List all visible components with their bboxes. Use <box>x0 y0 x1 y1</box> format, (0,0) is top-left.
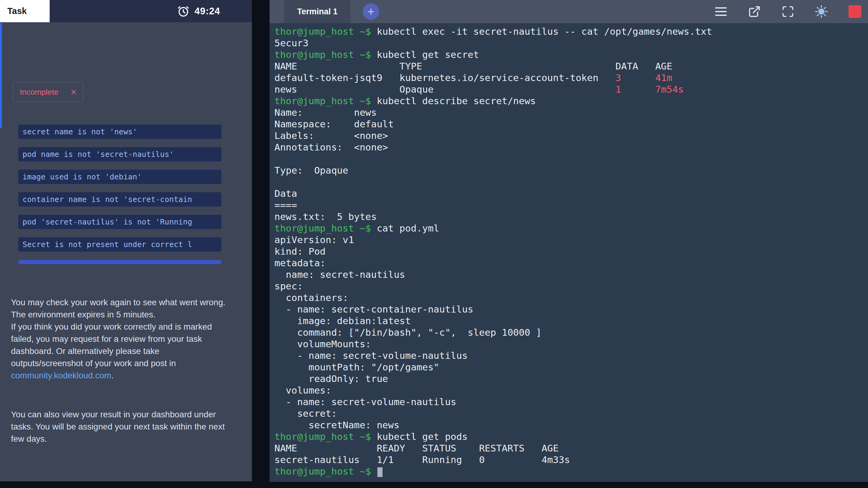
brightness-button[interactable] <box>815 5 828 18</box>
tab-task[interactable]: Task <box>0 0 50 22</box>
terminal-line: command: ["/bin/bash", "-c", sleep 10000… <box>274 327 863 338</box>
timer-countdown: 49:24 <box>195 6 220 17</box>
terminal-line <box>274 153 863 164</box>
terminal-text: apiVersion: v1 <box>274 234 354 245</box>
new-terminal-button[interactable]: + <box>363 3 379 20</box>
terminal-line: secret: <box>274 407 863 419</box>
terminal-line: volumes: <box>274 385 863 396</box>
tab-terminal-1[interactable]: Terminal 1 <box>284 0 350 23</box>
terminal-text: ==== <box>274 200 297 211</box>
terminal-line: 5ecur3 <box>274 37 863 49</box>
terminal-text: kubectl exec -it secret-nautilus -- cat … <box>371 26 712 37</box>
terminal-line: spec: <box>274 280 863 292</box>
terminal-text: 5ecur3 <box>274 37 309 49</box>
terminal-text: kind: Pod <box>274 246 326 257</box>
terminal-text: Type: Opaque <box>274 165 348 176</box>
terminal-text: NAME READY STATUS RESTARTS AGE <box>274 443 559 454</box>
terminal-text: mountPath: "/opt/games" <box>274 362 439 372</box>
fullscreen-button[interactable] <box>781 5 795 18</box>
terminal-line: ==== <box>274 199 863 211</box>
scroll-indicator[interactable] <box>0 23 2 128</box>
terminal-line: thor@jump_host ~$ cat pod.yml <box>274 222 863 234</box>
horizontal-scrollbar-thumb[interactable] <box>18 260 221 264</box>
terminal-line: thor@jump_host ~$ kubectl exec -it secre… <box>274 26 863 37</box>
check-item: image used is not 'debian' <box>18 170 221 184</box>
terminal-prompt: thor@jump_host ~$ <box>274 95 371 106</box>
task-panel: Task 49:24 Incomplete × secret name is n… <box>0 0 252 481</box>
terminal-line: Annotations: <none> <box>274 141 863 153</box>
check-item: container name is not 'secret-contain <box>18 192 221 207</box>
info-paragraph-2: You can also view your result in your da… <box>11 408 226 445</box>
terminal-line: default-token-jsqt9 kubernetes.io/servic… <box>274 72 863 84</box>
open-in-new-button[interactable] <box>748 5 761 18</box>
stop-button[interactable] <box>848 5 862 18</box>
terminal-topbar: Terminal 1 + <box>270 0 868 23</box>
red-square-icon <box>848 5 861 18</box>
terminal-text: - name: secret-container-nautilus <box>274 304 473 315</box>
terminal-line: name: secret-nautilus <box>274 269 863 280</box>
terminal-line: metadata: <box>274 257 863 269</box>
terminal-text: volumeMounts: <box>274 338 371 349</box>
alarm-clock-icon <box>177 5 190 18</box>
terminal-text: news.txt: 5 bytes <box>274 211 377 222</box>
terminal-prompt: thor@jump_host ~$ <box>274 223 371 234</box>
terminal-text: secret-nautilus 1/1 Running 0 4m33s <box>274 454 570 465</box>
terminal-panel: Terminal 1 + <box>270 0 868 482</box>
terminal-text: kubectl describe secret/news <box>371 95 536 106</box>
terminal-line: kind: Pod <box>274 246 863 257</box>
terminal-line: image: debian:latest <box>274 315 863 327</box>
status-badge-label: Incomplete <box>20 87 59 97</box>
terminal-text: 1 7m54s <box>616 84 684 95</box>
terminal-line: mountPath: "/opt/games" <box>274 361 863 373</box>
info-paragraph-1-text: You may check your work again to see wha… <box>11 298 225 368</box>
terminal-text: kubectl get secret <box>371 49 479 60</box>
terminal-line: Data <box>274 188 863 199</box>
terminal-text <box>371 466 377 477</box>
terminal-text: secretName: news <box>274 420 400 430</box>
terminal-prompt: thor@jump_host ~$ <box>274 49 371 60</box>
terminal-line: thor@jump_host ~$ kubectl describe secre… <box>274 95 863 106</box>
terminal-line: thor@jump_host ~$ <box>274 465 863 477</box>
info-paragraph-1-period: . <box>111 371 114 380</box>
terminal-text: containers: <box>274 292 348 303</box>
terminal-text: - name: secret-volume-nautilus <box>274 350 468 361</box>
terminal-text: cat pod.yml <box>371 223 439 234</box>
terminal-line: - name: secret-container-nautilus <box>274 303 863 315</box>
menu-button[interactable] <box>714 5 727 18</box>
close-icon[interactable]: × <box>71 87 76 97</box>
terminal-line: containers: <box>274 292 863 303</box>
task-topbar: Task 49:24 <box>0 0 252 22</box>
terminal-text: secret: <box>274 408 337 419</box>
check-item: secret name is not 'news' <box>18 125 221 139</box>
terminal-line: thor@jump_host ~$ kubectl get secret <box>274 49 863 60</box>
terminal-text: NAME TYPE DATA AGE <box>274 61 672 71</box>
terminal-text: default-token-jsqt9 kubernetes.io/servic… <box>274 72 616 83</box>
terminal-prompt: thor@jump_host ~$ <box>274 466 371 477</box>
terminal-text: command: ["/bin/bash", "-c", sleep 10000… <box>274 327 541 338</box>
terminal-line: Type: Opaque <box>274 164 863 176</box>
terminal-line: Namespace: default <box>274 118 863 130</box>
open-in-new-icon <box>748 5 761 18</box>
check-item: pod name is not 'secret-nautilus' <box>18 147 221 161</box>
terminal-line: news Opaque 1 7m54s <box>274 84 863 95</box>
terminal-line: apiVersion: v1 <box>274 234 863 246</box>
check-item: pod 'secret-nautilus' is not 'Running <box>18 215 221 229</box>
terminal-line: Name: news <box>274 106 863 118</box>
terminal-line: - name: secret-volume-nautilus <box>274 350 863 361</box>
terminal-text: kubectl get pods <box>371 431 467 442</box>
terminal-line: secretName: news <box>274 419 863 431</box>
terminal-output[interactable]: thor@jump_host ~$ kubectl exec -it secre… <box>270 23 868 480</box>
fullscreen-icon <box>781 5 794 18</box>
terminal-text: Data <box>274 188 297 199</box>
community-link[interactable]: community.kodekloud.com <box>11 371 111 380</box>
terminal-text: volumes: <box>274 385 331 396</box>
terminal-line: Labels: <none> <box>274 130 863 141</box>
terminal-text: Labels: <none> <box>274 130 388 141</box>
terminal-text: metadata: <box>274 257 326 268</box>
terminal-text: readOnly: true <box>274 373 388 384</box>
terminal-text: 3 41m <box>616 72 673 83</box>
terminal-text: name: secret-nautilus <box>274 269 405 280</box>
terminal-line: NAME READY STATUS RESTARTS AGE <box>274 442 863 454</box>
check-list: secret name is not 'news'pod name is not… <box>18 125 221 252</box>
terminal-text: image: debian:latest <box>274 315 411 326</box>
